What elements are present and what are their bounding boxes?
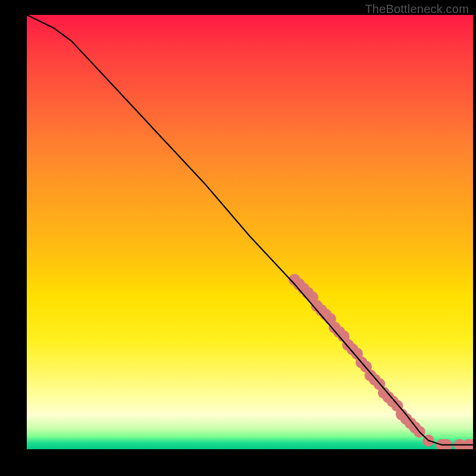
- watermark-text: TheBottleneck.com: [365, 2, 469, 16]
- chart-plot-area: [27, 15, 473, 449]
- data-markers: [289, 274, 473, 449]
- chart-curve: [27, 15, 473, 445]
- chart-svg: [27, 15, 473, 449]
